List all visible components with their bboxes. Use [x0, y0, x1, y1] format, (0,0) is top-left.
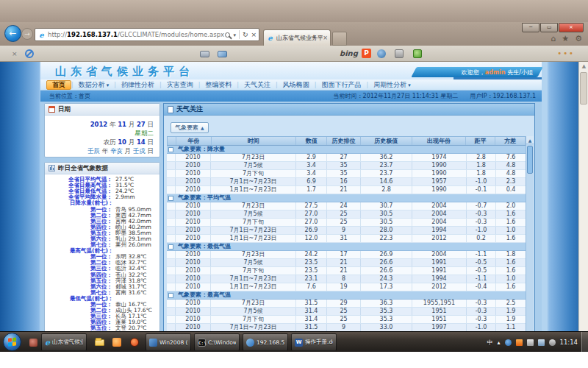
favorites-star-icon[interactable]: ★ [562, 34, 569, 43]
network-icon[interactable] [538, 339, 545, 346]
tray-app-icon[interactable] [505, 339, 512, 346]
table-cell: 2012 [412, 283, 467, 291]
table-cell: 17 [327, 251, 361, 258]
chevron-down-icon[interactable] [233, 31, 236, 38]
group-checkbox[interactable] [168, 293, 173, 298]
tools-gear-icon[interactable]: ⚙ [575, 34, 582, 43]
popup-blocked-icon[interactable] [25, 49, 34, 58]
update-icon[interactable] [516, 339, 523, 346]
app-p-icon[interactable]: P [362, 49, 371, 58]
table-header-cell: 时间 [212, 137, 297, 145]
browser-tab[interactable]: e 山东省气候业务平... × [263, 29, 331, 46]
camera-icon[interactable] [377, 49, 386, 58]
chevron-down-icon [408, 81, 411, 88]
new-tab-button[interactable] [332, 32, 347, 46]
explorer-folder-icon[interactable] [91, 333, 107, 351]
tray-expand-icon[interactable]: ▴ [497, 339, 500, 346]
search-icon[interactable] [225, 32, 230, 38]
page-header: 山东省气候业务平台 欢迎您，admin 先生/小姐 [40, 62, 542, 79]
table-cell: -0.5 [467, 259, 496, 266]
nav-item-0[interactable]: 首页 [46, 80, 71, 90]
table-group-row[interactable]: 气象要素：降水量 [167, 146, 526, 154]
group-checkbox[interactable] [168, 244, 173, 250]
panel-scroll-up-icon[interactable]: ▲ [526, 136, 534, 144]
nav-item-5[interactable]: 天气关注 [239, 80, 276, 90]
table-cell: 25 [327, 210, 361, 218]
taskbar-window-4[interactable]: W操作手册.docx .. [291, 333, 337, 351]
close-button[interactable]: × [559, 23, 584, 32]
stat-value: 莒南 31.6℃ [115, 290, 147, 296]
table-group-row[interactable]: 气象要素：最低气温 [167, 243, 526, 251]
table-cell: 2012 [412, 235, 467, 242]
nav-item-label: 首页 [52, 81, 65, 89]
table-cell: 1955,1951 [412, 300, 467, 307]
group-title: 气象要素：降水量 [178, 146, 225, 153]
start-button[interactable] [3, 333, 21, 351]
refresh-icon[interactable]: ↻ [243, 31, 248, 38]
nav-item-7[interactable]: 图面下行产品 [316, 80, 366, 90]
wallet-icon[interactable] [200, 51, 209, 57]
media-player-icon[interactable] [126, 333, 143, 351]
row-gutter [167, 219, 176, 226]
stop-icon[interactable]: × [251, 31, 257, 38]
taskbar-window-label: Win2008 (VS2... [159, 339, 187, 346]
address-bar[interactable]: e http://192.168.137.1/GLCCLIMATE/module… [35, 28, 259, 41]
addons-icon[interactable] [413, 49, 422, 58]
taskbar-window-3[interactable]: 192.168.59.99... [243, 333, 288, 351]
forward-button[interactable]: → [21, 28, 33, 40]
back-button[interactable]: ← [4, 25, 21, 42]
date-panel-header: 日期 [45, 104, 159, 116]
maximize-button[interactable]: ▭ [540, 23, 558, 32]
pinned-orange-app-icon[interactable] [109, 333, 125, 351]
minimize-button[interactable]: ─ [522, 23, 539, 32]
group-checkbox[interactable] [168, 147, 173, 152]
more-options-icon[interactable]: ••• [557, 49, 575, 57]
mail-icon[interactable] [218, 51, 227, 57]
clock[interactable]: 11:14 [560, 339, 578, 346]
browser-scrollbar[interactable]: ▲ [578, 62, 588, 352]
table-cell: 2010 [176, 170, 211, 177]
panel-scrollbar[interactable]: ▲ ▼ [526, 136, 534, 350]
toolbar-close-icon[interactable]: × [12, 50, 18, 57]
scroll-up-icon[interactable]: ▲ [579, 62, 588, 71]
nav-item-3[interactable]: 灾害查询 [162, 80, 198, 90]
table-cell: 0.4 [496, 186, 526, 194]
language-indicator[interactable]: 中 [487, 339, 492, 347]
show-desktop-button[interactable] [581, 332, 588, 353]
taskbar-window-0[interactable]: e山东省气候业... [41, 333, 87, 351]
table-header-cell: 历史排位 [327, 137, 361, 145]
table-cell: 31 [327, 235, 361, 242]
bing-logo[interactable]: bing [340, 49, 358, 57]
element-filter-button[interactable]: 气象要素 [171, 122, 209, 133]
table-header-cell: 方差 [495, 137, 526, 145]
table-cell: 2010 [176, 308, 211, 315]
panel-scrollbar-thumb[interactable] [527, 146, 533, 174]
taskbar-window-1[interactable]: Win2008 (VS2... [146, 333, 191, 351]
action-center-flag-icon[interactable] [527, 339, 534, 346]
pinned-app-icon[interactable] [25, 333, 41, 351]
group-checkbox[interactable] [168, 196, 173, 201]
table-cell: 16 [327, 178, 361, 185]
table-cell: 1957 [412, 178, 467, 185]
document-icon [168, 106, 173, 113]
nav-item-8[interactable]: 周期性分析 [368, 80, 416, 90]
nav-item-1[interactable]: 数据分析 [74, 80, 115, 90]
home-icon[interactable]: ⌂ [551, 34, 556, 43]
table-cell: 1.9 [496, 308, 526, 315]
tab-close-icon[interactable]: × [323, 35, 328, 41]
tools-icon[interactable] [395, 49, 404, 58]
web-page: 山东省气候业务平台 欢迎您，admin 先生/小姐 首页|数据分析|韵律性分析|… [40, 62, 542, 352]
nav-item-6[interactable]: 风场椭圆 [278, 80, 315, 90]
volume-icon[interactable] [549, 339, 556, 346]
scrollbar-thumb[interactable] [580, 72, 587, 105]
table-cell: 12.0 [296, 235, 327, 242]
table-group-row[interactable]: 气象要素：最高气温 [167, 291, 526, 300]
table-group-row[interactable]: 气象要素：平均气温 [167, 194, 526, 202]
row-gutter [167, 162, 176, 169]
nav-item-2[interactable]: 韵律性分析 [116, 80, 159, 90]
table-cell: 25 [327, 316, 361, 323]
taskbar-window-2[interactable]: C:\C:\Windows\s... [194, 333, 240, 351]
window-titlebar [0, 0, 588, 22]
table-cell: 2004 [412, 202, 467, 210]
nav-item-4[interactable]: 整编资料 [200, 80, 237, 90]
